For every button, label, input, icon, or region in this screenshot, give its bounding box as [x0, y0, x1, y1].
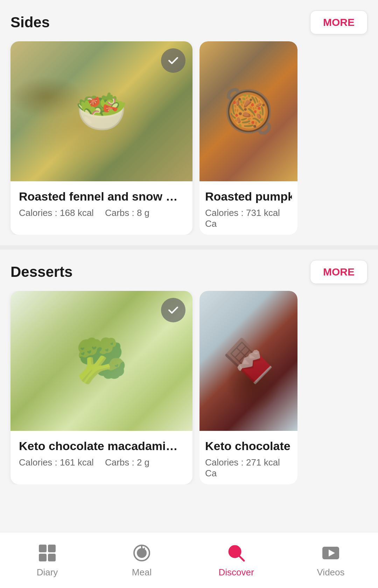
fennel-card-info: Roasted fennel and snow pea sal... Calor… [10, 181, 192, 228]
keto-macadamia-carbs: Carbs : 2 g [105, 457, 149, 468]
keto-choc-info: Keto chocolate an Calories : 271 kcal Ca [200, 431, 298, 484]
fennel-checkmark-badge [161, 48, 186, 73]
svg-rect-2 [39, 554, 47, 561]
fennel-card-meta: Calories : 168 kcal Carbs : 8 g [19, 208, 184, 218]
fennel-card[interactable]: Roasted fennel and snow pea sal... Calor… [10, 41, 192, 235]
svg-line-9 [239, 556, 244, 561]
sides-more-button[interactable]: MORE [310, 10, 368, 34]
keto-choc-image [200, 291, 298, 431]
keto-macadamia-image-wrapper [10, 291, 192, 431]
keto-choc-card-partial[interactable]: Keto chocolate an Calories : 271 kcal Ca [200, 291, 298, 484]
keto-choc-card-inner: Keto chocolate an Calories : 271 kcal Ca [200, 291, 298, 484]
checkmark-icon-2 [167, 304, 180, 316]
nav-item-videos[interactable]: Videos [284, 542, 378, 578]
desserts-more-button[interactable]: MORE [310, 260, 368, 284]
nav-item-discover[interactable]: Discover [189, 542, 284, 578]
keto-choc-meta: Calories : 271 kcal Ca [205, 457, 292, 479]
meal-icon [131, 542, 152, 564]
pumpkin-calories: Calories : 731 kcal [205, 208, 280, 218]
sides-section-header: Sides MORE [0, 10, 378, 41]
videos-label: Videos [317, 567, 344, 578]
discover-icon [226, 542, 247, 564]
sides-title: Sides [10, 14, 50, 31]
desserts-section: Desserts MORE Keto chocolate macadamia n… [0, 250, 378, 495]
keto-macadamia-checkmark-badge [161, 298, 186, 322]
svg-rect-3 [48, 554, 56, 561]
bottom-nav: Diary Meal Discover [0, 532, 378, 588]
pumpkin-image [200, 41, 298, 181]
fennel-image-wrapper [10, 41, 192, 181]
sides-cards-row: Roasted fennel and snow pea sal... Calor… [0, 41, 378, 235]
section-divider [0, 245, 378, 250]
videos-icon [320, 542, 341, 564]
pumpkin-card-partial[interactable]: Roasted pumpkin Calories : 731 kcal Ca [200, 41, 298, 235]
pumpkin-info: Roasted pumpkin Calories : 731 kcal Ca [200, 181, 298, 235]
pumpkin-title: Roasted pumpkin [205, 190, 292, 203]
pumpkin-carbs: Ca [205, 218, 217, 229]
pumpkin-card-inner: Roasted pumpkin Calories : 731 kcal Ca [200, 41, 298, 235]
desserts-title: Desserts [10, 264, 72, 280]
keto-macadamia-card-meta: Calories : 161 kcal Carbs : 2 g [19, 457, 184, 468]
keto-macadamia-card[interactable]: Keto chocolate macadamia nut f... Calori… [10, 291, 192, 484]
keto-macadamia-card-info: Keto chocolate macadamia nut f... Calori… [10, 431, 192, 478]
desserts-cards-row: Keto chocolate macadamia nut f... Calori… [0, 291, 378, 484]
diary-icon [37, 542, 58, 564]
fennel-carbs: Carbs : 8 g [105, 208, 149, 218]
keto-macadamia-calories: Calories : 161 kcal [19, 457, 94, 468]
keto-choc-title: Keto chocolate an [205, 439, 292, 453]
sides-section: Sides MORE Roasted fennel and snow pea s… [0, 0, 378, 245]
svg-rect-1 [48, 545, 56, 552]
fennel-calories: Calories : 168 kcal [19, 208, 94, 218]
nav-item-meal[interactable]: Meal [94, 542, 189, 578]
diary-label: Diary [37, 567, 58, 578]
meal-label: Meal [132, 567, 152, 578]
keto-choc-calories: Calories : 271 kcal [205, 457, 280, 468]
keto-macadamia-card-title: Keto chocolate macadamia nut f... [19, 439, 184, 453]
pumpkin-meta: Calories : 731 kcal Ca [205, 208, 292, 229]
desserts-section-header: Desserts MORE [0, 260, 378, 291]
svg-rect-0 [39, 545, 47, 552]
nav-item-diary[interactable]: Diary [0, 542, 94, 578]
checkmark-icon [167, 54, 180, 67]
main-content: Sides MORE Roasted fennel and snow pea s… [0, 0, 378, 551]
fennel-card-title: Roasted fennel and snow pea sal... [19, 190, 184, 203]
discover-label: Discover [218, 567, 254, 578]
keto-choc-carbs: Ca [205, 468, 217, 478]
